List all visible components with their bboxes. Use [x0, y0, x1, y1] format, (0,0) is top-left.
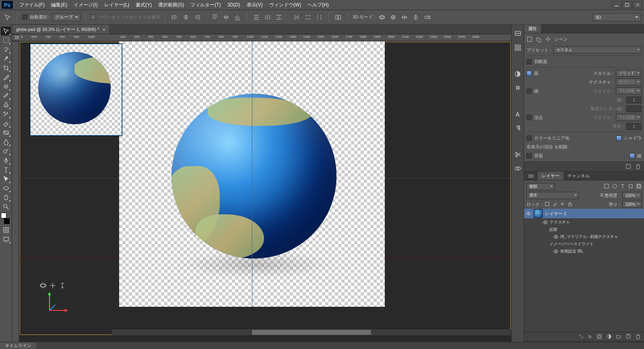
- tab-3d[interactable]: 3D: [524, 172, 538, 180]
- tool-pen[interactable]: [1, 156, 11, 165]
- filter-type-icon[interactable]: [620, 183, 625, 190]
- delete-icon[interactable]: [635, 334, 641, 340]
- preset-dropdown[interactable]: カスタム: [553, 46, 642, 53]
- lock-paint-icon[interactable]: [552, 201, 557, 207]
- layer-kind-dd[interactable]: 種類: [526, 183, 555, 190]
- filter-shape-icon[interactable]: [628, 183, 634, 190]
- globe-mesh[interactable]: [171, 94, 336, 259]
- opacity-field[interactable]: 100%: [622, 192, 642, 199]
- menu-type[interactable]: 書式(Y): [132, 0, 155, 10]
- linearize-checkbox[interactable]: [526, 135, 532, 141]
- menu-3d[interactable]: 3D(D): [224, 1, 244, 9]
- h-scrollbar[interactable]: [112, 329, 511, 335]
- dock-cc-icon[interactable]: [513, 164, 522, 172]
- align-b-icon[interactable]: [233, 13, 242, 22]
- lock-pos-icon[interactable]: [560, 201, 565, 207]
- layer-sub-diffuse[interactable]: 拡散: [524, 226, 644, 233]
- dist-1-icon[interactable]: [252, 13, 261, 22]
- fill-field[interactable]: 100%: [622, 201, 642, 208]
- tool-crop[interactable]: [1, 64, 11, 72]
- filter-pixel-icon[interactable]: [604, 183, 609, 190]
- line-style-dd[interactable]: 平行調整: [616, 87, 642, 94]
- face-checkbox[interactable]: [526, 71, 532, 76]
- workspace-dropdown[interactable]: 3D: [592, 13, 641, 21]
- render-icon[interactable]: [625, 164, 631, 170]
- dolly-control-icon[interactable]: [59, 282, 66, 289]
- window-maximize-button[interactable]: [622, 1, 632, 8]
- layer-sub-sphere[interactable]: 球_マテリアル - 初期テクスチャ: [524, 233, 644, 240]
- dist-5-icon[interactable]: [303, 13, 312, 22]
- tool-wand[interactable]: [1, 54, 11, 63]
- tool-dodge[interactable]: [1, 147, 11, 156]
- dist-6-icon[interactable]: [315, 13, 324, 22]
- tab-layers[interactable]: レイヤー: [538, 172, 564, 180]
- dock-adjust-icon[interactable]: [513, 70, 522, 78]
- layer-row[interactable]: レイヤー 1: [524, 209, 644, 219]
- close-tab-icon[interactable]: ×: [102, 27, 105, 33]
- align-c-icon[interactable]: [182, 13, 190, 22]
- align-l-icon[interactable]: [170, 13, 179, 22]
- filter-adjust-icon[interactable]: [612, 183, 617, 190]
- pan-icon[interactable]: [400, 13, 409, 22]
- menu-view[interactable]: 表示(V): [244, 0, 266, 10]
- radius-field[interactable]: [626, 123, 642, 130]
- angle-field[interactable]: [626, 105, 642, 112]
- vertex-style-dd[interactable]: 平行調整: [616, 114, 642, 121]
- vertex-checkbox[interactable]: [526, 115, 532, 120]
- layer-name[interactable]: レイヤー 1: [545, 211, 566, 217]
- mask-icon[interactable]: [597, 334, 602, 340]
- move-tool-icon[interactable]: [3, 13, 12, 22]
- dock-char-icon[interactable]: [513, 110, 522, 119]
- filter-smart-icon[interactable]: [636, 183, 642, 190]
- window-close-button[interactable]: [633, 1, 642, 8]
- adjust-icon[interactable]: [606, 334, 612, 340]
- tool-stamp[interactable]: [1, 101, 11, 109]
- tool-heal[interactable]: [1, 82, 11, 91]
- tool-path-select[interactable]: [1, 174, 11, 183]
- link-icon[interactable]: [578, 334, 584, 340]
- menu-help[interactable]: ヘルプ(H): [304, 0, 332, 10]
- tool-quickmask[interactable]: [1, 226, 11, 234]
- align-t-icon[interactable]: [211, 13, 219, 22]
- ruler-horizontal[interactable]: 0 600 700 800 900 1000 100 200 300 400 5…: [19, 34, 511, 41]
- properties-tab[interactable]: 属性: [524, 25, 541, 33]
- 3d-axis-widget[interactable]: [45, 290, 70, 315]
- auto-align-icon[interactable]: [334, 13, 343, 22]
- dock-para-icon[interactable]: [513, 123, 522, 132]
- orbit-icon[interactable]: [378, 13, 386, 22]
- blend-mode-dd[interactable]: 通常: [526, 192, 579, 199]
- line-width-field[interactable]: [626, 96, 642, 103]
- layer-sub-ibl-default[interactable]: 初期設定 IBL: [524, 248, 644, 255]
- tool-blur[interactable]: [1, 138, 11, 146]
- align-m-icon[interactable]: [222, 13, 231, 22]
- orbit-control-icon[interactable]: [39, 282, 47, 289]
- layer-sub-textures[interactable]: テクスチャ: [524, 219, 644, 226]
- tool-shape[interactable]: [1, 184, 11, 193]
- tool-type[interactable]: [1, 165, 11, 174]
- dist-3-icon[interactable]: [275, 13, 283, 22]
- ruler-vertical[interactable]: [12, 41, 19, 342]
- backface-checkbox[interactable]: [526, 153, 532, 158]
- fx-icon[interactable]: fx.: [588, 335, 592, 339]
- auto-select-dropdown[interactable]: グループ: [52, 13, 80, 21]
- menu-layer[interactable]: レイヤー(L): [101, 0, 133, 10]
- window-minimize-button[interactable]: [612, 1, 621, 8]
- texture-dd[interactable]: 使用不可: [616, 78, 642, 86]
- dock-color-icon[interactable]: [513, 29, 522, 38]
- auto-select-checkbox[interactable]: [22, 14, 27, 20]
- light-icon[interactable]: [545, 36, 551, 43]
- tool-history[interactable]: [1, 110, 11, 119]
- menu-image[interactable]: イメージ(I): [70, 0, 101, 10]
- align-r-icon[interactable]: [193, 13, 202, 22]
- zoom3d-icon[interactable]: [423, 13, 431, 22]
- show-bbox-checkbox[interactable]: [91, 14, 96, 20]
- roll-icon[interactable]: [389, 13, 398, 22]
- tool-hand[interactable]: [1, 193, 11, 202]
- dock-swatches-icon[interactable]: [513, 43, 522, 52]
- secondary-view[interactable]: [30, 43, 122, 136]
- material-icon[interactable]: [536, 36, 542, 43]
- document-tab[interactable]: globe.psd @ 33.3% (レイヤー 1, RGB/8) * ×: [12, 25, 110, 34]
- tool-marquee[interactable]: [1, 36, 11, 45]
- artboard[interactable]: [119, 41, 385, 307]
- line-checkbox[interactable]: [526, 88, 532, 94]
